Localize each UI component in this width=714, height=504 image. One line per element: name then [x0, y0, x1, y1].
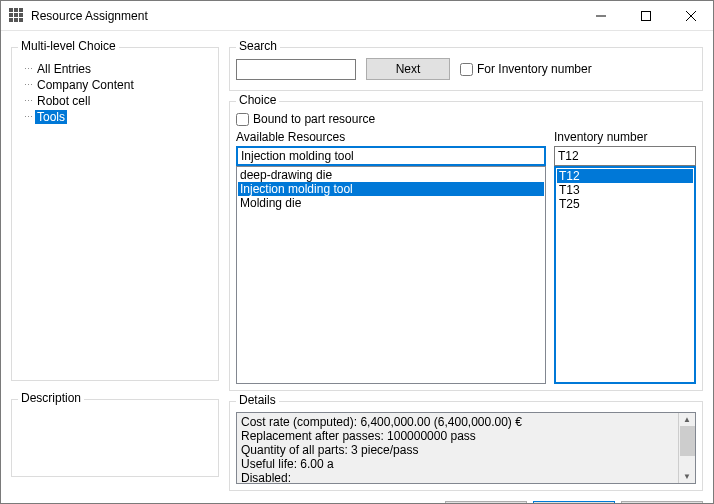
tree-item[interactable]: ⋯All Entries	[19, 61, 211, 77]
list-item[interactable]: Injection molding tool	[238, 182, 544, 196]
search-group: Search Next For Inventory number	[229, 47, 703, 91]
details-label: Details	[236, 393, 279, 407]
maximize-button[interactable]	[623, 1, 668, 30]
inventory-input[interactable]	[554, 146, 696, 166]
list-item[interactable]: T25	[557, 197, 693, 211]
inventory-list[interactable]: T12T13T25	[554, 166, 696, 384]
list-item[interactable]: Molding die	[238, 196, 544, 210]
details-group: Details Cost rate (computed): 6,400,000.…	[229, 401, 703, 491]
inventory-checkbox[interactable]: For Inventory number	[460, 62, 592, 76]
minimize-button[interactable]	[578, 1, 623, 30]
multilevel-label: Multi-level Choice	[18, 39, 119, 53]
inventory-checkbox-input[interactable]	[460, 63, 473, 76]
close-button[interactable]	[668, 1, 713, 30]
bottom-bar: ? Help Insert OK Cancel	[1, 495, 713, 504]
bound-checkbox[interactable]: Bound to part resource	[236, 112, 696, 126]
tree-dots-icon: ⋯	[21, 112, 35, 122]
tree-item[interactable]: ⋯Robot cell	[19, 93, 211, 109]
available-list[interactable]: deep-drawing dieInjection molding toolMo…	[236, 166, 546, 384]
bound-checkbox-label: Bound to part resource	[253, 112, 375, 126]
tree[interactable]: ⋯All Entries⋯Company Content⋯Robot cell⋯…	[18, 58, 212, 374]
inventory-checkbox-label: For Inventory number	[477, 62, 592, 76]
next-button[interactable]: Next	[366, 58, 450, 80]
list-item[interactable]: deep-drawing die	[238, 168, 544, 182]
window-title: Resource Assignment	[31, 9, 578, 23]
tree-dots-icon: ⋯	[21, 80, 35, 90]
tree-dots-icon: ⋯	[21, 64, 35, 74]
available-label: Available Resources	[236, 130, 546, 144]
available-input[interactable]	[236, 146, 546, 166]
list-item[interactable]: T12	[557, 169, 693, 183]
details-scrollbar[interactable]: ▲ ▼	[678, 413, 695, 483]
scroll-up-icon[interactable]: ▲	[683, 415, 691, 424]
tree-item-label: Robot cell	[35, 94, 92, 108]
bound-checkbox-input[interactable]	[236, 113, 249, 126]
choice-label: Choice	[236, 93, 279, 107]
description-label: Description	[18, 391, 84, 405]
app-icon	[9, 8, 25, 24]
description-group: Description	[11, 399, 219, 477]
titlebar: Resource Assignment	[1, 1, 713, 31]
description-box	[18, 410, 212, 470]
tree-item-label: All Entries	[35, 62, 93, 76]
tree-item[interactable]: ⋯Company Content	[19, 77, 211, 93]
tree-dots-icon: ⋯	[21, 96, 35, 106]
tree-item-label: Tools	[35, 110, 67, 124]
list-item[interactable]: T13	[557, 183, 693, 197]
multilevel-group: Multi-level Choice ⋯All Entries⋯Company …	[11, 47, 219, 381]
svg-rect-1	[641, 11, 650, 20]
scroll-thumb[interactable]	[680, 426, 695, 456]
tree-item-label: Company Content	[35, 78, 136, 92]
scroll-down-icon[interactable]: ▼	[683, 472, 691, 481]
search-label: Search	[236, 39, 280, 53]
search-input[interactable]	[236, 59, 356, 80]
details-text: Cost rate (computed): 6,400,000.00 (6,40…	[237, 413, 678, 483]
inventory-label: Inventory number	[554, 130, 696, 144]
choice-group: Choice Bound to part resource Available …	[229, 101, 703, 391]
tree-item[interactable]: ⋯Tools	[19, 109, 211, 125]
